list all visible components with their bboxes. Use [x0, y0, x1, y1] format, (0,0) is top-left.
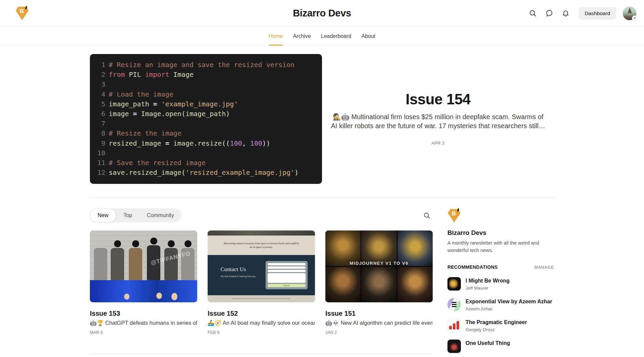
post-excerpt[interactable]: 🚣🧭 An AI boat may finally solve our ocea…	[208, 320, 315, 326]
main-nav: Home Archive Leaderboard About	[0, 27, 644, 46]
feed-bottom-divider	[90, 354, 433, 354]
post-title[interactable]: Issue 152	[208, 310, 315, 317]
contact-form-art: Submit	[266, 261, 308, 289]
blue-stage-art	[90, 280, 197, 302]
nav-item-about[interactable]: About	[361, 27, 375, 45]
feed-tabs-row: New Top Community	[90, 208, 433, 222]
publication-avatar[interactable]	[447, 298, 461, 311]
tab-new[interactable]: New	[90, 208, 116, 222]
code-line: 1# Resize an image and save the resized …	[97, 60, 315, 70]
recommendation-one-useful-thing[interactable]: One Useful Thing	[447, 340, 554, 353]
chat-button[interactable]	[542, 7, 556, 20]
bizarro-devs-logo[interactable]: B	[447, 208, 461, 223]
code-line: 5image_path = 'example_image.jpg'	[97, 99, 315, 109]
featured-post-subtitle[interactable]: 🕵️🤖 Multinational firm loses $25 million…	[329, 112, 547, 131]
feed-tab-group: New Top Community	[90, 208, 181, 222]
nav-item-leaderboard[interactable]: Leaderboard	[321, 27, 352, 45]
publication-description: A monthly newsletter with all the weird …	[447, 239, 554, 254]
code-line: 10	[97, 148, 315, 158]
recommendation-i-might-be-wrong[interactable]: I Might Be Wrong Jeff Maurer	[447, 277, 554, 291]
recommendation-title[interactable]: Exponential View by Azeem Azhar	[466, 298, 552, 305]
recommendation-author: Jeff Maurer	[466, 286, 509, 291]
post-card-issue-152[interactable]: Harvesting natural resources from space …	[208, 231, 315, 335]
manage-recommendations-link[interactable]: MANAGE	[534, 265, 554, 270]
feed-column: New Top Community	[90, 208, 433, 357]
svg-text:B: B	[452, 210, 456, 217]
search-icon	[423, 212, 430, 219]
post-image-group-photo[interactable]: @TIFFANYFO	[90, 231, 197, 302]
page-content: 1# Resize an image and save the resized …	[90, 54, 554, 357]
recommendation-pragmatic-engineer[interactable]: The Pragmatic Engineer Gergely Orosz	[447, 319, 554, 332]
miners-overlay-text: MIDJOURNEY V1 TO V6	[325, 261, 433, 266]
recommendation-author: Gergely Orosz	[466, 327, 527, 332]
recommendations-header: RECOMMENDATIONS MANAGE	[447, 264, 554, 270]
nav-item-archive[interactable]: Archive	[293, 27, 311, 45]
tab-top[interactable]: Top	[116, 208, 140, 222]
publication-avatar[interactable]	[447, 319, 461, 332]
code-line: 7	[97, 119, 315, 129]
featured-post: Issue 154 🕵️🤖 Multinational firm loses $…	[322, 54, 554, 184]
contact-submit-button-art: Submit	[268, 284, 306, 287]
post-title[interactable]: Issue 153	[90, 310, 197, 317]
bizarro-devs-logo[interactable]: B	[15, 6, 29, 21]
chat-icon	[545, 9, 553, 17]
code-line: 12save.resized_image('resized_example_im…	[97, 168, 315, 177]
post-card-issue-153[interactable]: @TIFFANYFO Issue 153 🤖🏆 ChatGPT defeats …	[90, 231, 197, 335]
featured-post-title[interactable]: Issue 154	[406, 91, 471, 108]
notifications-button[interactable]	[559, 7, 572, 20]
svg-text:B: B	[20, 8, 24, 14]
post-date: MAR 5	[90, 330, 197, 335]
nav-item-home[interactable]: Home	[269, 27, 283, 45]
post-card-issue-151[interactable]: MIDJOURNEY V1 TO V6 Issue 151 🤖💀 New AI …	[325, 231, 433, 335]
code-line: 8# Resize the image	[97, 129, 315, 138]
publication-sidebar: B Bizarro Devs A monthly newsletter with…	[447, 208, 554, 357]
publication-avatar[interactable]	[447, 277, 461, 291]
recommendation-title[interactable]: One Useful Thing	[466, 340, 510, 347]
tab-community[interactable]: Community	[140, 208, 181, 222]
code-line: 3	[97, 80, 315, 89]
featured-post-date: APR 2	[431, 141, 445, 146]
user-avatar[interactable]	[623, 6, 637, 20]
publication-avatar[interactable]	[447, 340, 461, 353]
section-divider	[90, 198, 554, 198]
bell-icon	[562, 9, 570, 17]
post-image-miners-grid[interactable]: MIDJOURNEY V1 TO V6	[325, 231, 433, 302]
post-excerpt[interactable]: 🤖💀 New AI algorithm can predict life eve…	[325, 320, 433, 326]
contact-page-headline: Harvesting natural resources from space …	[223, 242, 300, 249]
hero-section: 1# Resize an image and save the resized …	[90, 54, 554, 184]
site-title[interactable]: Bizarro Devs	[293, 8, 351, 19]
recommendations-heading: RECOMMENDATIONS	[447, 264, 498, 270]
top-bar: B Bizarro Devs Dashboard	[0, 0, 644, 27]
recommendation-exponential-view[interactable]: Exponential View by Azeem Azhar Azeem Az…	[447, 298, 554, 311]
post-cards: @TIFFANYFO Issue 153 🤖🏆 ChatGPT defeats …	[90, 231, 433, 335]
post-date: FEB 6	[208, 330, 315, 335]
dashboard-button[interactable]: Dashboard	[579, 7, 616, 20]
recommendations-list: I Might Be Wrong Jeff Maurer Exponential…	[447, 277, 554, 353]
python-code-block: 1# Resize an image and save the resized …	[90, 54, 322, 184]
code-line: 4# Load the image	[97, 90, 315, 99]
feed-search-button[interactable]	[421, 209, 433, 221]
post-date: JAN 2	[325, 330, 433, 335]
recommendation-author: Azeem Azhar	[466, 306, 552, 311]
code-line: 11# Save the resized image	[97, 158, 315, 168]
contact-us-heading: Contact Us	[220, 266, 246, 273]
recommendation-title[interactable]: I Might Be Wrong	[466, 277, 509, 285]
post-excerpt[interactable]: 🤖🏆 ChatGPT defeats humans in series of…	[90, 320, 197, 326]
publication-name[interactable]: Bizarro Devs	[447, 229, 554, 237]
search-icon	[529, 9, 537, 17]
post-title[interactable]: Issue 151	[325, 310, 433, 317]
chevron-down-icon	[633, 17, 636, 19]
search-button[interactable]	[526, 7, 539, 20]
recommendation-title[interactable]: The Pragmatic Engineer	[466, 319, 527, 326]
topbar-actions: Dashboard	[526, 6, 637, 20]
code-line: 2from PIL import Image	[97, 70, 315, 80]
post-image-contact-page[interactable]: Harvesting natural resources from space …	[208, 231, 315, 302]
code-line: 6image = Image.open(image_path)	[97, 109, 315, 119]
contact-us-subtitle: We look forward to hearing from you.	[220, 275, 256, 277]
code-line: 9resized_image = image.resize((100, 100)…	[97, 139, 315, 148]
avatar-chevron-badge	[632, 15, 637, 21]
